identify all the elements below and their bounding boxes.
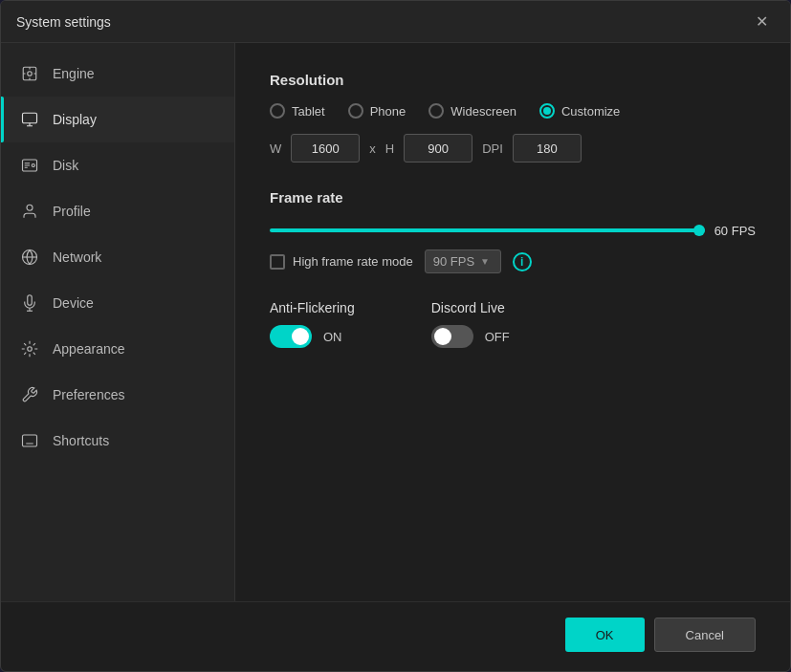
fps-value-row: 60 FPS	[270, 221, 756, 240]
radio-widescreen[interactable]: Widescreen	[428, 103, 516, 119]
info-icon[interactable]: i	[513, 252, 532, 271]
preferences-icon	[20, 385, 39, 404]
anti-flickering-row: ON	[270, 325, 355, 348]
fps-slider-thumb	[693, 225, 705, 236]
framerate-section: Frame rate 60 FPS High frame rate mode 9…	[270, 189, 756, 273]
radio-phone-label: Phone	[370, 104, 406, 119]
sidebar: Engine Display Disk Profile	[1, 43, 235, 601]
discord-live-title: Discord Live	[431, 300, 510, 315]
radio-tablet-label: Tablet	[292, 104, 325, 119]
sidebar-item-shortcuts[interactable]: Shortcuts	[1, 418, 234, 464]
w-label: W	[270, 141, 281, 156]
radio-widescreen-circle	[428, 103, 444, 119]
anti-flickering-knob	[292, 328, 309, 345]
ok-button[interactable]: OK	[565, 618, 645, 652]
cancel-button[interactable]: Cancel	[654, 618, 756, 652]
radio-phone[interactable]: Phone	[348, 103, 406, 119]
sidebar-label-network: Network	[53, 249, 101, 265]
width-input[interactable]	[291, 134, 360, 163]
sidebar-item-disk[interactable]: Disk	[1, 142, 234, 188]
anti-flickering-toggle[interactable]	[270, 325, 312, 348]
framerate-title: Frame rate	[270, 189, 756, 206]
high-frame-row: High frame rate mode 90 FPS ▼ i	[270, 249, 756, 273]
bottom-section: Anti-Flickering ON Discord Live	[270, 300, 756, 348]
high-frame-checkbox[interactable]: High frame rate mode	[270, 254, 413, 270]
chevron-down-icon: ▼	[480, 256, 490, 267]
sidebar-label-appearance: Appearance	[53, 341, 125, 357]
system-settings-window: System settings ✕ Engine Display	[0, 0, 791, 672]
sidebar-label-shortcuts: Shortcuts	[53, 433, 109, 448]
svg-point-14	[27, 205, 33, 210]
svg-point-19	[28, 347, 33, 352]
discord-live-row: OFF	[431, 325, 510, 348]
sidebar-item-device[interactable]: Device	[1, 280, 234, 326]
checkbox-box	[270, 254, 285, 270]
dpi-label: DPI	[482, 141, 503, 156]
fps-dropdown-value: 90 FPS	[433, 254, 474, 269]
resolution-section: Resolution Tablet Phone Widescreen	[270, 72, 756, 163]
shortcuts-icon	[20, 431, 39, 450]
radio-tablet-circle	[270, 103, 285, 119]
resolution-inputs: W x H DPI	[270, 134, 756, 163]
discord-live-knob	[434, 328, 451, 345]
radio-customize-circle	[539, 103, 555, 119]
sidebar-label-engine: Engine	[53, 66, 95, 81]
network-icon	[20, 248, 39, 267]
svg-rect-6	[23, 113, 37, 123]
discord-live-section: Discord Live OFF	[431, 300, 510, 348]
anti-flickering-section: Anti-Flickering ON	[270, 300, 355, 348]
sidebar-item-profile[interactable]: Profile	[1, 188, 234, 234]
sidebar-label-profile: Profile	[53, 204, 91, 219]
disk-icon	[20, 156, 39, 175]
sidebar-label-disk: Disk	[53, 158, 78, 173]
title-bar: System settings ✕	[1, 1, 790, 43]
svg-point-1	[28, 72, 33, 76]
resolution-title: Resolution	[270, 72, 756, 88]
sidebar-item-engine[interactable]: Engine	[1, 51, 234, 97]
sidebar-label-device: Device	[53, 295, 94, 311]
sidebar-item-appearance[interactable]: Appearance	[1, 326, 234, 372]
info-icon-label: i	[520, 255, 523, 269]
sidebar-label-display: Display	[53, 112, 97, 127]
resolution-radio-group: Tablet Phone Widescreen Customize	[270, 103, 756, 119]
fps-slider-track	[270, 228, 705, 232]
footer: OK Cancel	[1, 601, 790, 671]
content-area: Resolution Tablet Phone Widescreen	[235, 43, 790, 601]
fps-slider-container[interactable]	[270, 221, 705, 240]
discord-live-toggle[interactable]	[431, 325, 473, 348]
fps-dropdown[interactable]: 90 FPS ▼	[425, 249, 501, 273]
x-label: x	[369, 141, 376, 156]
fps-display: 60 FPS	[714, 224, 756, 238]
sidebar-item-preferences[interactable]: Preferences	[1, 372, 234, 418]
main-layout: Engine Display Disk Profile	[1, 43, 790, 601]
radio-customize-label: Customize	[561, 104, 620, 119]
height-input[interactable]	[404, 134, 472, 163]
radio-phone-circle	[348, 103, 363, 119]
radio-tablet[interactable]: Tablet	[270, 103, 325, 119]
device-icon	[20, 293, 39, 313]
profile-icon	[20, 202, 39, 221]
sidebar-item-display[interactable]: Display	[1, 97, 234, 142]
radio-customize[interactable]: Customize	[539, 103, 620, 119]
anti-flickering-title: Anti-Flickering	[270, 300, 355, 315]
h-label: H	[385, 141, 394, 156]
discord-live-label: OFF	[485, 330, 510, 344]
sidebar-item-network[interactable]: Network	[1, 234, 234, 280]
close-button[interactable]: ✕	[748, 9, 775, 35]
svg-point-10	[32, 164, 34, 167]
appearance-icon	[20, 339, 39, 358]
display-icon	[20, 110, 39, 129]
sidebar-label-preferences: Preferences	[53, 387, 124, 402]
dpi-input[interactable]	[513, 134, 582, 163]
engine-icon	[20, 64, 39, 83]
radio-widescreen-label: Widescreen	[450, 104, 516, 119]
high-frame-label: High frame rate mode	[293, 254, 413, 269]
window-title: System settings	[16, 14, 111, 30]
anti-flickering-label: ON	[323, 330, 342, 344]
